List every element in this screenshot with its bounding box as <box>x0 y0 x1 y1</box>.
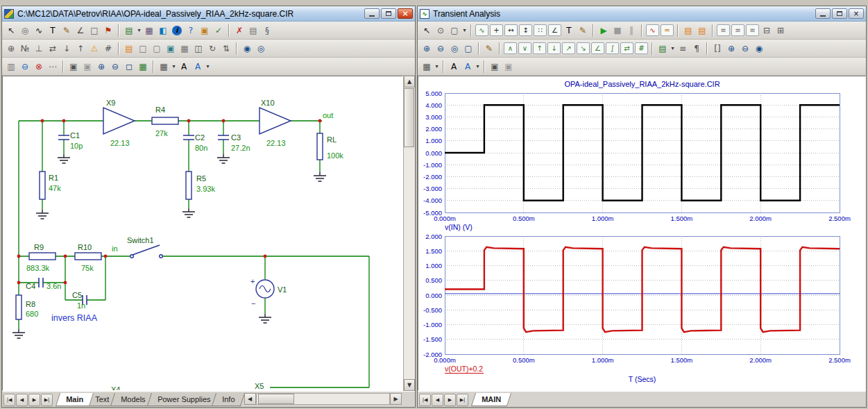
scroll-left-icon[interactable]: ◀ <box>244 393 256 405</box>
schematic-label-75k[interactable]: 75k <box>81 264 94 272</box>
waveform-canvas[interactable]: OPA-ideal_Passively_RIAA_2kHz-square.CIR… <box>418 76 865 389</box>
measure-high-icon[interactable]: ↑ <box>533 42 546 54</box>
schematic-label-x4[interactable]: X4 <box>111 385 120 391</box>
next-page-icon[interactable]: ▶ <box>28 394 40 406</box>
schematic-label-c5[interactable]: C5 <box>72 291 82 299</box>
copy-graph-icon[interactable]: ▣ <box>488 60 502 74</box>
tile-vertical-icon[interactable]: ≡ <box>731 24 744 36</box>
waveform-plot-area[interactable]: OPA-ideal_Passively_RIAA_2kHz-square.CIR… <box>418 76 866 391</box>
schematic-label-27k[interactable]: 27k <box>155 129 168 137</box>
magnify-in-icon[interactable]: ⊕ <box>724 42 738 56</box>
text-mode-icon[interactable]: T <box>562 24 576 37</box>
blank-sheet-icon[interactable]: □ <box>136 42 150 56</box>
crop-view-icon[interactable]: ▢ <box>150 42 164 56</box>
node-numbers-icon[interactable]: № <box>18 42 32 56</box>
schematic-label-c2[interactable]: C2 <box>195 133 205 142</box>
picture-insert-icon[interactable]: ▣ <box>164 42 178 56</box>
hscrollbar-track[interactable] <box>256 393 390 405</box>
measure-fall-icon[interactable]: ↘ <box>577 42 590 54</box>
schematic-drawing[interactable]: + − <box>3 76 403 391</box>
region-select-icon[interactable]: ▦ <box>178 42 192 56</box>
display-options-icon[interactable]: ▢ <box>448 24 461 37</box>
schematic-label-80n[interactable]: 80n <box>195 144 207 152</box>
schematic-label-r9[interactable]: R9 <box>34 243 44 251</box>
scroll-up-icon[interactable]: ▲ <box>404 76 415 87</box>
scroll-down-icon[interactable]: ▼ <box>404 379 415 391</box>
flip-part-icon[interactable]: ⇅ <box>219 42 233 56</box>
edit-tool-icon[interactable]: ✎ <box>576 24 590 37</box>
hscrollbar-thumb[interactable] <box>258 394 294 404</box>
schematic-label-r10[interactable]: R10 <box>78 243 92 251</box>
page-panel-icon[interactable]: ▥ <box>4 60 18 74</box>
diagonal-wire-mode-icon[interactable]: ∠ <box>74 24 87 37</box>
measure-frequency-icon[interactable]: # <box>635 42 648 54</box>
schematic-label-switch1[interactable]: Switch1 <box>127 236 154 244</box>
tab-main[interactable]: Main <box>56 393 94 406</box>
new-sheet-icon[interactable]: ▤ <box>122 42 136 56</box>
measure-period-icon[interactable]: ⇄ <box>620 42 633 54</box>
find-part-icon[interactable]: ◉ <box>240 42 254 56</box>
mirror-part-icon[interactable]: ◫ <box>192 42 205 56</box>
info-mode-icon[interactable]: i <box>172 26 182 35</box>
schematic-label-3-93k[interactable]: 3.93k <box>196 185 215 193</box>
font-color-icon[interactable]: A <box>461 60 475 74</box>
vertical-tag-icon[interactable]: ↕ <box>519 24 532 36</box>
zoom-auto-icon[interactable]: ◎ <box>448 42 461 56</box>
design-warnings-icon[interactable]: ⚠ <box>87 42 101 56</box>
probe-mode-icon[interactable]: ⊙ <box>434 24 448 37</box>
scrollbar-thumb[interactable] <box>404 88 414 147</box>
schematic-label-680[interactable]: 680 <box>26 310 38 318</box>
font-color-dropdown-icon[interactable]: ▾ <box>475 60 481 74</box>
overlay-plots-icon[interactable]: ≡ <box>746 24 759 36</box>
schematic-label-27-2n[interactable]: 27.2n <box>231 144 250 152</box>
move-up-icon[interactable]: ↑ <box>74 42 87 56</box>
data-points-icon[interactable]: ∷ <box>534 24 547 36</box>
color-brush-icon[interactable]: ◧ <box>156 24 170 37</box>
font-icon[interactable]: A <box>177 60 191 74</box>
flag-mode-icon[interactable]: ⚑ <box>101 24 115 37</box>
maximize-button[interactable] <box>381 8 396 19</box>
zoom-in-icon[interactable]: ⊕ <box>94 60 108 74</box>
schematic-label-100k[interactable]: 100k <box>327 151 343 160</box>
select-tool-icon[interactable]: ↖ <box>420 24 434 37</box>
zoom-in-icon[interactable]: ⊕ <box>420 42 434 56</box>
remove-part-icon[interactable]: ✗ <box>232 24 246 37</box>
schematic-label-r8[interactable]: R8 <box>26 300 35 308</box>
reduce-panel-icon[interactable]: ⊟ <box>760 24 774 37</box>
watch-window-icon[interactable]: ▤ <box>695 24 709 37</box>
tile-horizontal-icon[interactable]: ≡ <box>717 24 730 36</box>
close-page-icon[interactable]: ⊗ <box>32 60 46 74</box>
zoom-window-icon[interactable]: ▢ <box>461 42 475 56</box>
more-options-icon[interactable]: ⋯ <box>46 60 60 74</box>
sheet-list-icon[interactable]: ▤ <box>246 24 260 37</box>
slope-tag-icon[interactable]: ∠ <box>548 24 561 36</box>
swap-nodes-icon[interactable]: ⇄ <box>46 42 60 56</box>
last-page-icon[interactable]: ▶| <box>457 394 468 406</box>
schematic-titlebar[interactable]: C:\MC12\DATA\Petrov\RIAA\OPA-ideal_Passi… <box>2 6 415 22</box>
measure-area-icon[interactable]: ∫ <box>606 42 619 54</box>
waveform-label[interactable]: v(OUT)+0.2 <box>445 365 483 373</box>
node-snap-icon[interactable]: ⊥ <box>32 42 46 56</box>
schematic-label-c4[interactable]: C4 <box>26 282 35 290</box>
tab-info[interactable]: Info <box>212 393 246 406</box>
add-waveform-icon[interactable]: ∿ <box>475 24 488 36</box>
stop-button-icon[interactable]: ■ <box>611 24 624 37</box>
schematic-label-3-6n[interactable]: 3.6n <box>46 282 61 290</box>
label-list-icon[interactable]: ≡ <box>676 42 690 56</box>
clipboard-paste-icon[interactable]: ▤ <box>122 24 136 37</box>
font-color-dropdown-icon[interactable]: ▾ <box>205 60 211 74</box>
restore-button[interactable] <box>832 8 847 19</box>
wire-mode-icon[interactable]: ∿ <box>32 24 46 37</box>
close-button[interactable]: × <box>398 8 413 19</box>
flowchart-shapes-icon[interactable]: ▦ <box>142 24 156 37</box>
scroll-right-icon[interactable]: ▶ <box>390 393 402 405</box>
help-mode-icon[interactable]: ? <box>184 24 198 37</box>
tab-main[interactable]: MAIN <box>471 393 511 406</box>
horizontal-tag-icon[interactable]: ↔ <box>504 24 518 36</box>
operating-point-icon[interactable]: = <box>661 24 674 36</box>
schematic-label-x5[interactable]: X5 <box>255 382 264 390</box>
search-trace-icon[interactable]: ◉ <box>752 42 766 56</box>
duplicate-page-icon[interactable]: ▣ <box>80 60 94 74</box>
schematic-label-out[interactable]: out <box>323 111 333 119</box>
switch[interactable] <box>130 245 163 258</box>
